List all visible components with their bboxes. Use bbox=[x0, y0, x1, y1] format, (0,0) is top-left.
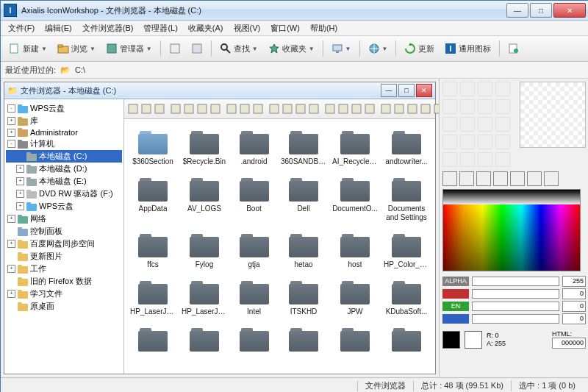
tool-line[interactable] bbox=[442, 99, 457, 114]
tree-node-16[interactable]: 原桌面 bbox=[6, 300, 122, 313]
folder-tree[interactable]: -WPS云盘+库+Administrator-计算机本地磁盘 (C:)+本地磁盘… bbox=[4, 99, 124, 374]
filetb-btn-13[interactable] bbox=[308, 101, 320, 117]
tool-k[interactable] bbox=[495, 152, 510, 167]
toolbar-search[interactable]: 查找▼ bbox=[216, 39, 262, 58]
palette-btn-6[interactable] bbox=[527, 171, 542, 186]
tree-node-4[interactable]: 本地磁盘 (C:) bbox=[6, 150, 122, 163]
tree-node-14[interactable]: 旧的 Firefox 数据 bbox=[6, 275, 122, 288]
filetb-btn-21[interactable] bbox=[420, 101, 431, 117]
file-grid[interactable]: $360Section$Recycle.Bin.android360SANDBO… bbox=[124, 119, 435, 374]
tool-b[interactable] bbox=[460, 117, 475, 132]
tree-node-13[interactable]: +工作 bbox=[6, 263, 122, 275]
file-item[interactable]: HP_LaserJet... bbox=[180, 277, 229, 319]
tool-brush[interactable] bbox=[460, 82, 475, 96]
file-item[interactable]: host bbox=[331, 229, 379, 272]
file-item[interactable]: JPW bbox=[331, 277, 379, 319]
filetb-btn-14[interactable] bbox=[324, 101, 336, 117]
toolbar-new[interactable]: 新建▼ bbox=[5, 39, 51, 58]
filetb-btn-19[interactable] bbox=[393, 101, 405, 117]
toolbar-update[interactable]: 更新 bbox=[401, 39, 438, 58]
tree-node-7[interactable]: +DVD RW 驱动器 (F:) bbox=[6, 188, 122, 200]
filetb-btn-8[interactable] bbox=[239, 101, 251, 117]
file-item[interactable]: hetao bbox=[279, 229, 328, 272]
tool-ellipse[interactable] bbox=[478, 99, 492, 114]
channel-slider[interactable] bbox=[472, 302, 559, 311]
toolbar-fav[interactable]: 收藏夹▼ bbox=[265, 39, 318, 58]
close-button[interactable]: ✕ bbox=[553, 3, 586, 18]
filetb-btn-6[interactable] bbox=[209, 101, 221, 117]
file-item[interactable]: Fylog bbox=[180, 229, 229, 272]
tree-node-2[interactable]: +Administrator bbox=[6, 127, 122, 138]
tree-node-8[interactable]: +WPS云盘 bbox=[6, 200, 122, 213]
file-item[interactable] bbox=[232, 324, 276, 357]
file-item[interactable]: HP_LaserJet... bbox=[129, 277, 177, 319]
filetb-btn-5[interactable] bbox=[196, 101, 208, 117]
file-item[interactable] bbox=[279, 324, 328, 357]
filetb-btn-2[interactable] bbox=[154, 101, 165, 117]
file-item[interactable]: $Recycle.Bin bbox=[180, 126, 229, 169]
tool-j[interactable] bbox=[478, 152, 492, 167]
file-item[interactable]: .android bbox=[232, 126, 276, 169]
tool-text[interactable] bbox=[460, 152, 475, 167]
menu-0[interactable]: 文件(F) bbox=[4, 21, 39, 35]
channel-value[interactable]: 255 bbox=[562, 276, 586, 287]
filetb-btn-17[interactable] bbox=[364, 101, 376, 117]
filetb-btn-12[interactable] bbox=[295, 101, 306, 117]
maximize-button[interactable]: □ bbox=[530, 3, 552, 18]
file-item[interactable]: 360SANDBOX bbox=[279, 126, 328, 169]
toolbar-appicons[interactable]: I通用图标 bbox=[441, 39, 495, 58]
doc-close-button[interactable]: ✕ bbox=[416, 84, 432, 97]
menu-3[interactable]: 管理器(L) bbox=[139, 21, 182, 35]
tree-expander[interactable]: - bbox=[7, 104, 15, 113]
filetb-btn-4[interactable] bbox=[183, 101, 195, 117]
palette-btn-5[interactable] bbox=[510, 171, 525, 186]
tool-i[interactable] bbox=[442, 152, 457, 167]
filetb-btn-20[interactable] bbox=[406, 101, 418, 117]
doc-maximize-button[interactable]: □ bbox=[398, 84, 415, 97]
toolbar-globe[interactable]: ▼ bbox=[365, 39, 392, 58]
tree-node-12[interactable]: 更新图片 bbox=[6, 250, 122, 263]
menu-7[interactable]: 帮助(H) bbox=[306, 21, 342, 35]
tool-picker[interactable] bbox=[495, 82, 510, 96]
tree-expander[interactable]: + bbox=[7, 117, 15, 125]
tree-expander[interactable]: + bbox=[7, 129, 15, 137]
toolbar-t2[interactable] bbox=[187, 39, 207, 58]
tree-node-6[interactable]: +本地磁盘 (E:) bbox=[6, 175, 122, 188]
tree-expander[interactable]: + bbox=[16, 165, 24, 173]
filetb-btn-1[interactable] bbox=[140, 101, 152, 117]
file-item[interactable]: AV_LOGS bbox=[180, 174, 229, 225]
file-item[interactable] bbox=[382, 324, 431, 357]
tool-c[interactable] bbox=[478, 117, 492, 132]
menu-4[interactable]: 收藏夹(A) bbox=[184, 21, 228, 35]
tree-node-9[interactable]: +网络 bbox=[6, 213, 122, 225]
palette-btn-4[interactable] bbox=[493, 171, 508, 186]
channel-slider[interactable] bbox=[472, 277, 559, 286]
minimize-button[interactable]: — bbox=[506, 3, 528, 18]
tree-node-1[interactable]: +库 bbox=[6, 115, 122, 127]
tool-pencil[interactable] bbox=[442, 82, 457, 96]
tree-expander[interactable]: - bbox=[7, 140, 15, 148]
file-item[interactable]: ITSKHD bbox=[279, 277, 328, 319]
menu-6[interactable]: 窗口(W) bbox=[266, 21, 304, 35]
tool-d[interactable] bbox=[495, 117, 510, 132]
palette-btn-7[interactable] bbox=[544, 171, 559, 186]
file-item[interactable] bbox=[331, 324, 379, 357]
menu-1[interactable]: 编辑(E) bbox=[40, 21, 76, 35]
filetb-btn-3[interactable] bbox=[170, 101, 182, 117]
toolbar-mon1[interactable]: ▼ bbox=[328, 39, 355, 58]
file-item[interactable]: AppData bbox=[129, 174, 177, 225]
palette-btn-3[interactable] bbox=[476, 171, 491, 186]
file-item[interactable]: gtja bbox=[232, 229, 276, 272]
toolbar-manager[interactable]: 管理器▼ bbox=[102, 39, 156, 58]
menu-5[interactable]: 视图(V) bbox=[229, 21, 265, 35]
file-item[interactable] bbox=[180, 324, 229, 357]
tree-node-11[interactable]: +百度网盘同步空间 bbox=[6, 238, 122, 250]
file-item[interactable]: Boot bbox=[232, 174, 276, 225]
tool-h[interactable] bbox=[495, 135, 510, 149]
file-item[interactable]: Intel bbox=[232, 277, 276, 319]
tool-a[interactable] bbox=[442, 117, 457, 132]
filetb-btn-9[interactable] bbox=[252, 101, 264, 117]
toolbar-browse[interactable]: 浏览▼ bbox=[54, 39, 99, 58]
file-item[interactable]: DocumentO... bbox=[331, 174, 379, 225]
background-swatch[interactable] bbox=[465, 331, 482, 349]
